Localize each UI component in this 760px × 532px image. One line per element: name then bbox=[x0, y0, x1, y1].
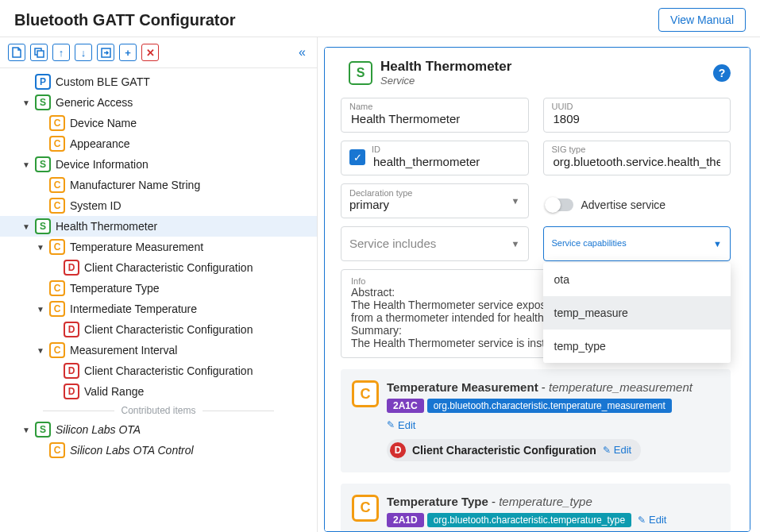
p-badge-icon: P bbox=[35, 74, 51, 90]
tree-label: Silicon Labs OTA Control bbox=[70, 444, 194, 457]
c-badge-icon: C bbox=[49, 198, 65, 214]
name-input[interactable] bbox=[349, 111, 520, 126]
c-badge-icon: C bbox=[49, 136, 65, 152]
tree-label: Client Characteristic Configuration bbox=[84, 261, 253, 274]
tree-row[interactable]: ▼CTemperature Measurement bbox=[0, 237, 317, 257]
tree-row[interactable]: ▼CMeasurement Interval bbox=[0, 340, 317, 360]
name-field[interactable]: Name bbox=[341, 98, 529, 133]
declaration-type-label: Declaration type bbox=[349, 189, 520, 198]
svg-rect-1 bbox=[37, 51, 44, 57]
c-badge-icon: C bbox=[49, 301, 65, 317]
tree-row[interactable]: ▼DClient Characteristic Configuration bbox=[0, 319, 317, 340]
declaration-type-select[interactable]: Declaration type primary ▼ bbox=[341, 183, 529, 218]
add-icon[interactable]: + bbox=[119, 44, 137, 61]
d-badge-icon: D bbox=[64, 322, 79, 337]
service-capabilities-dropdown[interactable]: otatemp_measuretemp_type bbox=[543, 263, 731, 363]
page-title: Bluetooth GATT Configurator bbox=[14, 11, 235, 29]
s-badge-icon: S bbox=[35, 218, 51, 234]
id-input[interactable] bbox=[372, 154, 520, 169]
caret-down-icon[interactable]: ▼ bbox=[37, 346, 44, 355]
sig-type-field[interactable]: SIG type bbox=[543, 141, 731, 175]
toolbar: ↑ ↓ + ✕ « bbox=[0, 37, 317, 68]
tree-label: Client Characteristic Configuration bbox=[84, 323, 253, 336]
edit-button[interactable]: Edit bbox=[603, 444, 631, 456]
sig-type-input[interactable] bbox=[552, 154, 723, 169]
tree-row[interactable]: ▼CIntermediate Temperature bbox=[0, 299, 317, 319]
descriptor-badge-icon: D bbox=[390, 442, 406, 458]
tree-row[interactable]: ▼CSilicon Labs OTA Control bbox=[0, 440, 317, 461]
tree-row[interactable]: ▼DClient Characteristic Configuration bbox=[0, 360, 317, 381]
tree-row[interactable]: ▼SGeneric Access bbox=[0, 92, 317, 113]
tree-label: Generic Access bbox=[56, 96, 133, 109]
id-label: ID bbox=[372, 145, 520, 154]
left-panel: ↑ ↓ + ✕ « ▼PCustom BLE GATT▼SGeneric Acc… bbox=[0, 37, 318, 532]
caret-down-icon[interactable]: ▼ bbox=[22, 98, 30, 107]
advertise-toggle[interactable] bbox=[546, 199, 573, 211]
caret-down-icon[interactable]: ▼ bbox=[22, 160, 30, 169]
c-badge-icon: C bbox=[49, 115, 65, 131]
view-manual-button[interactable]: View Manual bbox=[658, 8, 746, 32]
service-capabilities-label: Service capabilities bbox=[552, 239, 723, 248]
tree-label: Measurement Interval bbox=[70, 344, 177, 357]
tree-row[interactable]: ▼PCustom BLE GATT bbox=[0, 71, 317, 92]
characteristic-title: Temperature Type - temperature_type bbox=[387, 495, 719, 508]
d-badge-icon: D bbox=[64, 363, 79, 379]
d-badge-icon: D bbox=[64, 384, 79, 399]
c-badge-icon: C bbox=[49, 342, 65, 358]
tree-row[interactable]: ▼CSystem ID bbox=[0, 195, 317, 216]
edit-button[interactable]: Edit bbox=[638, 514, 666, 526]
collapse-panel-icon[interactable]: « bbox=[295, 45, 309, 60]
help-icon[interactable]: ? bbox=[713, 64, 731, 82]
characteristic-badge-icon: C bbox=[352, 495, 379, 522]
sig-type-label: SIG type bbox=[552, 145, 723, 154]
tree-row[interactable]: ▼CAppearance bbox=[0, 133, 317, 154]
dropdown-item[interactable]: temp_measure bbox=[543, 296, 731, 330]
id-checkbox[interactable]: ✓ bbox=[349, 149, 365, 165]
id-field[interactable]: ✓ ID bbox=[341, 141, 529, 175]
dropdown-item[interactable]: temp_type bbox=[543, 330, 731, 363]
tree-row[interactable]: ▼SSilicon Labs OTA bbox=[0, 419, 317, 440]
tree-label: Health Thermometer bbox=[56, 220, 157, 233]
upload-icon[interactable]: ↑ bbox=[52, 44, 70, 61]
service-subtitle: Service bbox=[380, 75, 511, 87]
characteristic-card: CTemperature Measurement - temperature_m… bbox=[341, 369, 731, 472]
tree-label: Manufacturer Name String bbox=[70, 179, 200, 191]
c-badge-icon: C bbox=[49, 239, 65, 255]
tree-row[interactable]: ▼SDevice Information bbox=[0, 154, 317, 175]
tree-label: Custom BLE GATT bbox=[56, 75, 150, 88]
uuid-pill: 2A1D bbox=[387, 513, 424, 527]
uuid-field[interactable]: UUID bbox=[543, 98, 731, 133]
tree-label: Silicon Labs OTA bbox=[56, 423, 141, 436]
chevron-down-icon: ▼ bbox=[713, 239, 722, 249]
tree-row[interactable]: ▼DValid Range bbox=[0, 381, 317, 402]
tree-row[interactable]: ▼DClient Characteristic Configuration bbox=[0, 257, 317, 278]
tree-label: Valid Range bbox=[84, 385, 144, 398]
caret-down-icon[interactable]: ▼ bbox=[37, 305, 44, 314]
tree-row[interactable]: ▼SHealth Thermometer bbox=[0, 216, 317, 237]
download-icon[interactable]: ↓ bbox=[75, 44, 92, 61]
import-icon[interactable] bbox=[97, 44, 114, 61]
advertise-label: Advertise service bbox=[581, 199, 666, 211]
descriptor-row[interactable]: DClient Characteristic ConfigurationEdit bbox=[387, 439, 641, 461]
chevron-down-icon: ▼ bbox=[511, 196, 520, 206]
edit-button[interactable]: Edit bbox=[387, 419, 415, 431]
tree-label: Temperature Measurement bbox=[70, 241, 203, 253]
service-includes-select[interactable]: Service includes ▼ bbox=[341, 226, 529, 261]
copy-icon[interactable] bbox=[30, 44, 48, 61]
caret-down-icon[interactable]: ▼ bbox=[22, 426, 30, 434]
dropdown-item[interactable]: ota bbox=[543, 263, 731, 296]
delete-icon[interactable]: ✕ bbox=[141, 44, 159, 61]
name-label: Name bbox=[349, 102, 520, 111]
characteristic-title: Temperature Measurement - temperature_me… bbox=[387, 380, 719, 394]
gatt-tree: ▼PCustom BLE GATT▼SGeneric Access▼CDevic… bbox=[0, 68, 317, 532]
tree-row[interactable]: ▼CTemperature Type bbox=[0, 278, 317, 299]
tree-row[interactable]: ▼CManufacturer Name String bbox=[0, 175, 317, 195]
new-icon[interactable] bbox=[8, 44, 25, 61]
uuid-input[interactable] bbox=[552, 111, 723, 126]
caret-down-icon[interactable]: ▼ bbox=[22, 222, 30, 231]
c-badge-icon: C bbox=[49, 442, 65, 458]
tree-label: Appearance bbox=[70, 137, 130, 150]
caret-down-icon[interactable]: ▼ bbox=[37, 243, 44, 252]
tree-row[interactable]: ▼CDevice Name bbox=[0, 113, 317, 133]
service-capabilities-select[interactable]: Service capabilities ▼ bbox=[543, 226, 731, 261]
